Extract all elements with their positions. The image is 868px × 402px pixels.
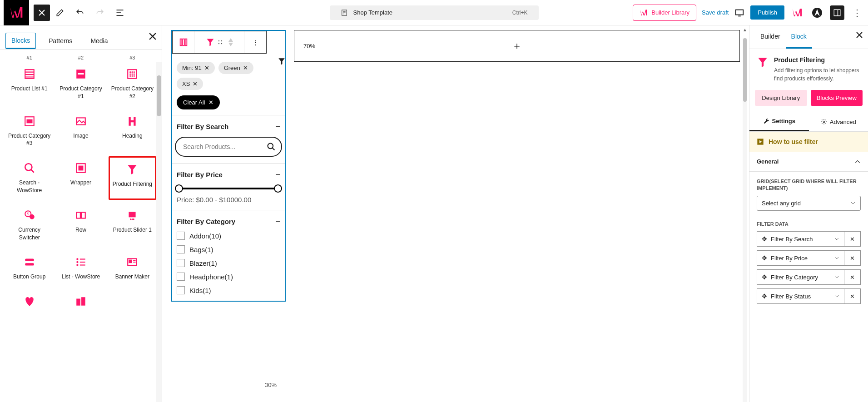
chip-xs[interactable]: XS✕ — [177, 78, 203, 90]
offer-block[interactable]: 70% ＋ — [294, 30, 740, 62]
block-product-filtering[interactable]: Product Filtering — [109, 156, 156, 200]
block-list-wowstore[interactable]: List - WowStore — [57, 250, 104, 286]
inspector-panel: Builder Block Product Filtering Add filt… — [749, 25, 868, 402]
edit-pencil-icon[interactable] — [52, 5, 68, 21]
wowstore-logo[interactable] — [4, 0, 29, 25]
drag-handle-icon[interactable]: ✥ — [762, 293, 767, 300]
block-next-2[interactable] — [57, 290, 104, 318]
block-image[interactable]: Image — [57, 109, 104, 153]
left-scrollbar-thumb[interactable] — [157, 75, 161, 116]
block-options-icon[interactable]: ⋮ — [244, 31, 266, 53]
add-block-icon[interactable]: ＋ — [512, 39, 522, 53]
checkbox[interactable] — [177, 286, 185, 294]
title-bar[interactable]: Shop Template Ctrl+K — [330, 5, 539, 20]
close-button[interactable] — [34, 5, 50, 21]
chevron-down-icon[interactable] — [834, 274, 839, 280]
svg-point-11 — [129, 73, 131, 74]
category-item[interactable]: Headphone(1) — [177, 273, 280, 281]
section-general[interactable]: General — [749, 152, 868, 172]
canvas-scroll-up-icon[interactable]: ▲ — [743, 27, 747, 32]
chevron-down-icon[interactable] — [834, 293, 839, 299]
undo-icon[interactable] — [72, 5, 88, 21]
checkbox[interactable] — [177, 273, 185, 281]
canvas-scrollbar-thumb[interactable] — [743, 38, 747, 102]
left-scrollbar[interactable] — [156, 62, 162, 402]
category-item[interactable]: Bags(1) — [177, 245, 280, 253]
desktop-view-icon[interactable] — [734, 7, 745, 18]
block-product-list-1[interactable]: Product List #1 — [5, 62, 53, 106]
tab-blocks[interactable]: Blocks — [5, 33, 36, 49]
block-banner-maker[interactable]: Banner Maker — [109, 250, 156, 286]
delete-filter-icon[interactable]: ✕ — [844, 269, 861, 285]
block-product-slider-1[interactable]: Product Slider 1 — [109, 203, 156, 247]
block-row[interactable]: Row — [57, 203, 104, 247]
checkbox[interactable] — [177, 259, 185, 267]
collapse-icon[interactable]: − — [275, 122, 280, 131]
block-product-category-3[interactable]: Product Category #3 — [5, 109, 53, 153]
tab-media[interactable]: Media — [85, 34, 113, 48]
subtab-settings[interactable]: Settings — [749, 112, 809, 131]
chip-remove-icon[interactable]: ✕ — [193, 80, 198, 87]
close-inspector-icon[interactable] — [856, 32, 863, 38]
block-product-category-1[interactable]: Product Category #1 — [57, 62, 104, 106]
redo-icon[interactable] — [92, 5, 108, 21]
category-item[interactable]: Addon(10) — [177, 232, 280, 240]
document-outline-icon[interactable] — [112, 5, 128, 21]
block-product-category-2[interactable]: Product Category #2 — [109, 62, 156, 106]
tab-block[interactable]: Block — [786, 25, 812, 49]
checkbox[interactable] — [177, 245, 185, 253]
subtab-advanced[interactable]: Advanced — [809, 112, 868, 131]
category-item[interactable]: Blazer(1) — [177, 259, 280, 267]
chip-remove-icon[interactable]: ✕ — [243, 65, 248, 71]
block-wrapper[interactable]: Wrapper — [57, 156, 104, 200]
collapse-icon[interactable]: − — [275, 170, 280, 179]
save-draft-link[interactable]: Save draft — [702, 9, 729, 16]
filter-data-item: ✥Filter By Status ✕ — [757, 288, 861, 304]
chip-green[interactable]: Green✕ — [218, 62, 253, 74]
chip-min[interactable]: Min: 91✕ — [177, 62, 215, 74]
svg-rect-26 — [76, 212, 80, 218]
move-arrows-icon[interactable] — [228, 38, 233, 46]
howto-filter-link[interactable]: How to use filter — [749, 132, 868, 152]
blocks-preview-button[interactable]: Blocks Preview — [811, 90, 863, 106]
close-panel-icon[interactable] — [149, 33, 156, 40]
price-slider[interactable] — [179, 188, 278, 189]
chip-remove-icon[interactable]: ✕ — [204, 65, 209, 71]
delete-filter-icon[interactable]: ✕ — [844, 231, 861, 247]
search-products-input[interactable] — [175, 137, 282, 157]
sidebar-toggle-icon[interactable] — [830, 5, 844, 20]
wowstore-brand-icon[interactable] — [790, 5, 804, 20]
slider-handle-min[interactable] — [175, 184, 183, 193]
search-icon[interactable] — [267, 142, 276, 151]
block-search-wowstore[interactable]: Search - WowStore — [5, 156, 53, 200]
tab-builder[interactable]: Builder — [755, 25, 786, 49]
canvas-scrollbar[interactable] — [743, 38, 747, 402]
chevron-down-icon[interactable] — [834, 255, 839, 261]
builder-library-button[interactable]: Builder Library — [633, 5, 696, 21]
astra-icon[interactable] — [810, 5, 824, 20]
block-button-group[interactable]: Button Group — [5, 250, 53, 286]
svg-rect-3 — [834, 10, 840, 16]
category-item[interactable]: Kids(1) — [177, 286, 280, 294]
parent-block-icon[interactable] — [173, 31, 194, 53]
chevron-down-icon[interactable] — [834, 236, 839, 242]
slider-handle-max[interactable] — [274, 184, 282, 193]
block-type-funnel-icon[interactable] — [194, 31, 244, 53]
design-library-button[interactable]: Design Library — [755, 90, 807, 106]
collapse-icon[interactable]: − — [275, 217, 280, 226]
block-next-1[interactable] — [5, 290, 53, 318]
publish-button[interactable]: Publish — [750, 5, 784, 20]
checkbox[interactable] — [177, 232, 185, 240]
tab-patterns[interactable]: Patterns — [43, 34, 78, 48]
grid-select[interactable]: Select any grid — [757, 196, 861, 211]
drag-handle-icon[interactable]: ✥ — [762, 273, 767, 281]
clear-all-button[interactable]: Clear All✕ — [177, 95, 220, 109]
drag-handle-icon[interactable]: ✥ — [762, 235, 767, 243]
delete-filter-icon[interactable]: ✕ — [844, 288, 861, 304]
product-filtering-block[interactable]: ⋮ Min: 91✕ Green✕ XS✕ Clear All✕ Filter … — [171, 30, 286, 302]
more-options-icon[interactable]: ⋮ — [850, 7, 864, 18]
delete-filter-icon[interactable]: ✕ — [844, 250, 861, 266]
block-heading[interactable]: Heading — [109, 109, 156, 153]
drag-handle-icon[interactable]: ✥ — [762, 254, 767, 262]
block-currency-switcher[interactable]: $Currency Switcher — [5, 203, 53, 247]
